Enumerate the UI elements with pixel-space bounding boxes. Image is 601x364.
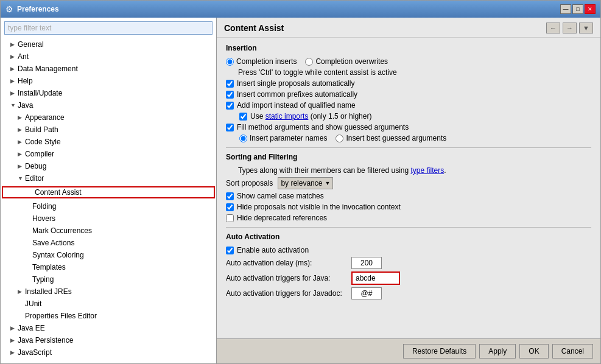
insert-param-names-radio[interactable] [239, 135, 247, 142]
arrow-build-path [18, 127, 25, 133]
tree-label-templates: Templates [32, 263, 66, 271]
divider2 [226, 227, 591, 228]
filter-input[interactable] [4, 21, 213, 35]
tree-item-java[interactable]: Java [1, 99, 216, 111]
tree-item-save-actions[interactable]: Save Actions [1, 237, 216, 249]
apply-button[interactable]: Apply [479, 344, 516, 359]
javadoc-trigger-row: Auto activation triggers for Javadoc: [226, 287, 591, 299]
insertion-hint: Press 'Ctrl' to toggle while content ass… [238, 68, 591, 77]
tree-item-hovers[interactable]: Hovers [1, 212, 216, 225]
completion-overwrites-label[interactable]: Completion overwrites [305, 57, 388, 66]
tree-item-syntax-coloring[interactable]: Syntax Coloring [1, 249, 216, 261]
tree-item-javascript[interactable]: JavaScript [1, 346, 216, 359]
tree-label-debug: Debug [25, 162, 46, 170]
static-imports-label: Use static imports (only 1.5 or higher) [250, 112, 371, 121]
add-import-checkbox[interactable] [226, 102, 234, 110]
tree-item-debug[interactable]: Debug [1, 160, 216, 172]
insert-best-guessed-label[interactable]: Insert best guessed arguments [336, 134, 446, 142]
tree-item-help[interactable]: Help [1, 75, 216, 87]
tree-item-ant[interactable]: Ant [1, 51, 216, 63]
left-panel: General Ant Data Management [1, 18, 217, 363]
tree-item-editor[interactable]: Editor [1, 172, 216, 184]
hide-not-visible-label: Hide proposals not visible in the invoca… [237, 203, 401, 211]
titlebar-buttons: — □ ✕ [560, 4, 596, 14]
tree-item-junit[interactable]: JUnit [1, 298, 216, 310]
completion-overwrites-radio[interactable] [305, 58, 313, 66]
tree-label-save-actions: Save Actions [32, 239, 74, 247]
tree-item-typing[interactable]: Typing [1, 273, 216, 285]
nav-back-button[interactable]: ← [546, 23, 560, 33]
tree-item-content-assist[interactable]: Content Assist [1, 184, 216, 200]
tree-item-templates[interactable]: Templates [1, 261, 216, 273]
tree-label-java: Java [18, 101, 33, 110]
close-button[interactable]: ✕ [585, 4, 596, 14]
nav-arrows: ← → ▼ [546, 23, 593, 33]
enable-auto-activation-row: Enable auto activation [226, 246, 591, 254]
tree-item-folding[interactable]: Folding [1, 200, 216, 212]
camel-case-checkbox[interactable] [226, 192, 234, 200]
tree-item-properties-editor[interactable]: Properties Files Editor [1, 310, 216, 322]
restore-defaults-button[interactable]: Restore Defaults [403, 344, 476, 359]
hide-not-visible-checkbox[interactable] [226, 203, 234, 211]
cancel-button[interactable]: Cancel [552, 344, 593, 359]
type-filters-link[interactable]: type filters [410, 166, 444, 175]
enable-auto-activation-checkbox[interactable] [226, 247, 234, 254]
single-proposals-row: Insert single proposals automatically [226, 79, 591, 88]
delay-input[interactable] [351, 257, 382, 269]
sort-select[interactable]: by relevance ▼ [278, 177, 333, 189]
add-import-row: Add import instead of qualified name [226, 101, 591, 110]
tree-item-general[interactable]: General [1, 38, 216, 51]
tree-item-data-management[interactable]: Data Management [1, 63, 216, 75]
single-proposals-checkbox[interactable] [226, 80, 234, 88]
tree-container: General Ant Data Management [1, 38, 216, 363]
java-trigger-row: Auto activation triggers for Java: [226, 271, 591, 285]
static-imports-checkbox[interactable] [239, 113, 247, 121]
tree-label-junit: JUnit [25, 299, 41, 308]
arrow-compiler [18, 151, 25, 157]
tree-label-ant: Ant [18, 52, 29, 61]
sorting-description: Types along with their members can be fi… [238, 166, 591, 175]
tree-item-installed-jres[interactable]: Installed JREs [1, 285, 216, 298]
common-prefixes-checkbox[interactable] [226, 91, 234, 99]
java-trigger-input[interactable] [351, 271, 400, 285]
ok-button[interactable]: OK [519, 344, 548, 359]
insert-best-guessed-radio[interactable] [336, 135, 343, 142]
arrow-data-management [10, 66, 18, 72]
divider1 [226, 147, 591, 148]
titlebar: ⚙ Preferences — □ ✕ [1, 1, 600, 18]
fill-method-args-checkbox[interactable] [226, 124, 234, 131]
nav-dropdown-button[interactable]: ▼ [579, 23, 593, 33]
maximize-button[interactable]: □ [572, 4, 583, 14]
completion-inserts-radio[interactable] [226, 58, 234, 66]
nav-forward-button[interactable]: → [563, 23, 577, 33]
tree-label-folding: Folding [32, 202, 56, 211]
tree-label-properties-editor: Properties Files Editor [25, 312, 97, 320]
tree-item-appearance[interactable]: Appearance [1, 111, 216, 124]
arrow-install-update [10, 90, 18, 96]
fill-method-args-row: Fill method arguments and show guessed a… [226, 123, 591, 131]
content-body: Insertion Completion inserts Completion … [217, 38, 600, 338]
tree-item-compiler[interactable]: Compiler [1, 148, 216, 160]
delay-label: Auto activation delay (ms): [226, 259, 348, 267]
sort-dropdown-arrow: ▼ [325, 180, 330, 186]
tree-item-mark-occurrences[interactable]: Mark Occurrences [1, 225, 216, 237]
hide-deprecated-checkbox[interactable] [226, 214, 234, 222]
arrow-appearance [18, 114, 25, 121]
tree-item-java-ee[interactable]: Java EE [1, 322, 216, 334]
static-imports-link[interactable]: static imports [265, 112, 309, 121]
sorting-section-title: Sorting and Filtering [226, 153, 591, 161]
javadoc-trigger-input[interactable] [351, 287, 382, 299]
tree-label-install-update: Install/Update [18, 89, 62, 97]
arrow-installed-jres [18, 289, 25, 295]
tree-item-build-path[interactable]: Build Path [1, 124, 216, 136]
tree-label-installed-jres: Installed JREs [25, 287, 72, 296]
tree-item-code-style[interactable]: Code Style [1, 136, 216, 148]
tree-item-install-update[interactable]: Install/Update [1, 87, 216, 99]
tree-item-java-persistence[interactable]: Java Persistence [1, 334, 216, 346]
sort-select-value: by relevance [281, 179, 322, 187]
minimize-button[interactable]: — [560, 4, 571, 14]
common-prefixes-label: Insert common prefixes automatically [237, 90, 357, 99]
sort-proposals-row: Sort proposals by relevance ▼ [226, 177, 591, 189]
completion-inserts-label[interactable]: Completion inserts [226, 57, 297, 66]
insert-param-names-label[interactable]: Insert parameter names [239, 134, 327, 142]
